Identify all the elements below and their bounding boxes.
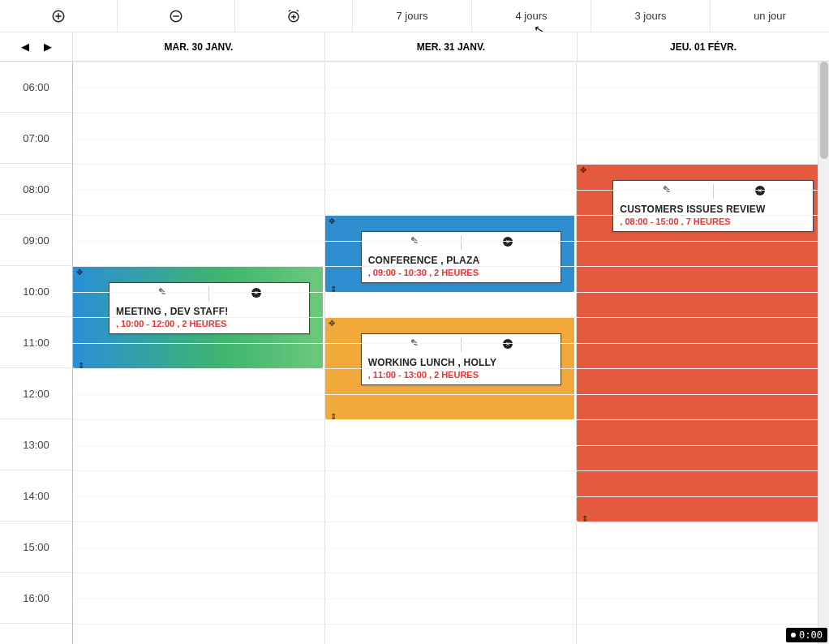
event-time: , 08:00 - 15:00 , 7 HEURES — [620, 217, 806, 226]
close-circle-icon: × — [755, 186, 765, 195]
hour-label: 13:00 — [0, 419, 72, 470]
delete-event-button[interactable]: × — [462, 337, 554, 352]
edit-event-button[interactable]: ✎ — [368, 337, 461, 352]
delete-event-button[interactable]: × — [714, 184, 806, 199]
edit-event-button[interactable]: ✎ — [368, 235, 461, 250]
record-dot-icon — [791, 633, 796, 638]
hour-label: 10:00 — [0, 266, 72, 317]
move-handle-icon[interactable]: ✥ — [329, 319, 335, 328]
alarm-add-icon — [286, 9, 301, 24]
event-title: MEETING , DEV STAFF! — [116, 306, 303, 317]
hour-label: 06:00 — [0, 62, 72, 113]
event-card: ✎×MEETING , DEV STAFF!, 10:00 - 12:00 , … — [109, 282, 310, 334]
move-handle-icon[interactable]: ✥ — [76, 268, 83, 277]
day-header: MER. 31 JANV. — [325, 32, 578, 61]
nav-arrows: ◀ ▶ — [0, 32, 73, 61]
event-card: ✎×CUSTOMERS ISSUES REVIEW, 08:00 - 15:00… — [612, 180, 814, 232]
event-card: ✎×CONFERENCE , PLAZA, 09:00 - 10:30 , 2 … — [361, 231, 562, 283]
view-7-days-button[interactable]: 7 jours — [353, 0, 472, 32]
calendar-body: 06:0007:0008:0009:0010:0011:0012:0013:00… — [0, 62, 829, 644]
recorder-timer: 0:00 — [786, 628, 827, 642]
prev-button[interactable]: ◀ — [21, 41, 29, 53]
view-3-days-button[interactable]: 3 jours — [591, 0, 711, 32]
svg-line-9 — [297, 10, 299, 11]
toolbar: 7 jours 4 jours 3 jours un jour — [0, 0, 829, 32]
close-circle-icon: × — [503, 339, 513, 349]
next-button[interactable]: ▶ — [44, 41, 52, 53]
event-title: WORKING LUNCH , HOLLY — [368, 357, 555, 368]
timer-text: 0:00 — [799, 629, 823, 641]
day-column[interactable]: ✥✎×CONFERENCE , PLAZA, 09:00 - 10:30 , 2… — [325, 62, 578, 644]
event-time: , 10:00 - 12:00 , 2 HEURES — [116, 319, 303, 328]
close-circle-icon: × — [251, 288, 261, 298]
delete-event-button[interactable]: × — [462, 235, 554, 250]
day-column[interactable]: ✥✎×MEETING , DEV STAFF!, 10:00 - 12:00 ,… — [73, 62, 325, 644]
delete-event-button[interactable]: × — [209, 286, 302, 301]
hour-label: 16:00 — [0, 573, 72, 624]
hour-label: 11:00 — [0, 317, 72, 368]
day-header: JEU. 01 FÉVR. — [578, 32, 829, 61]
day-head-container: MAR. 30 JANV. MER. 31 JANV. JEU. 01 FÉVR… — [73, 32, 829, 61]
view-4-days-button[interactable]: 4 jours — [472, 0, 591, 32]
hour-label: 12:00 — [0, 368, 72, 419]
event-card: ✎×WORKING LUNCH , HOLLY, 11:00 - 13:00 ,… — [361, 333, 562, 385]
close-circle-icon: × — [503, 237, 513, 247]
add-event-button[interactable] — [235, 0, 353, 32]
hour-label: 14:00 — [0, 470, 72, 522]
plus-circle-icon — [51, 9, 66, 24]
move-handle-icon[interactable]: ✥ — [580, 165, 586, 174]
day-header-row: ◀ ▶ MAR. 30 JANV. MER. 31 JANV. JEU. 01 … — [0, 32, 829, 62]
day-column[interactable]: ✥✎×CUSTOMERS ISSUES REVIEW, 08:00 - 15:0… — [577, 62, 829, 644]
event-title: CONFERENCE , PLAZA — [368, 255, 555, 266]
svg-line-8 — [289, 10, 290, 11]
zoom-out-button[interactable] — [118, 0, 235, 32]
hour-label: 07:00 — [0, 113, 72, 164]
calendar-grid[interactable]: ✥✎×MEETING , DEV STAFF!, 10:00 - 12:00 ,… — [73, 62, 829, 644]
scrollbar-thumb[interactable] — [820, 62, 828, 159]
edit-event-button[interactable]: ✎ — [620, 184, 712, 199]
edit-event-button[interactable]: ✎ — [116, 286, 208, 301]
zoom-in-button[interactable] — [0, 0, 118, 32]
event-time: , 09:00 - 10:30 , 2 HEURES — [368, 268, 555, 277]
calendar-event[interactable]: ✥✎×CONFERENCE , PLAZA, 09:00 - 10:30 , 2… — [325, 215, 575, 292]
view-1-day-button[interactable]: un jour — [711, 0, 829, 32]
hour-label: 15:00 — [0, 522, 72, 573]
event-time: , 11:00 - 13:00 , 2 HEURES — [368, 370, 555, 380]
hour-label: 08:00 — [0, 164, 72, 215]
move-handle-icon[interactable]: ✥ — [329, 217, 335, 225]
hour-label: 09:00 — [0, 215, 72, 266]
time-gutter: 06:0007:0008:0009:0010:0011:0012:0013:00… — [0, 62, 73, 644]
day-header: MAR. 30 JANV. — [73, 32, 325, 61]
vertical-scrollbar[interactable] — [818, 62, 829, 644]
minus-circle-icon — [169, 9, 183, 24]
event-title: CUSTOMERS ISSUES REVIEW — [620, 204, 806, 215]
